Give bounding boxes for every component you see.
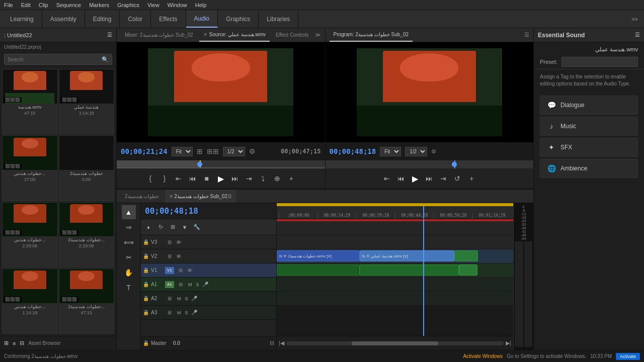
program-tab[interactable]: Program: 2خطوات هندسية Sub_02 <box>330 28 413 42</box>
stop-btn[interactable]: ■ <box>201 172 213 185</box>
media-item[interactable]: 2خطوات هندسية 0:00 <box>59 135 115 201</box>
preset-input[interactable] <box>561 57 638 67</box>
a2-sync-btn[interactable]: ⊞ <box>165 294 174 303</box>
tl-sync-btn[interactable]: ↻ <box>155 222 166 233</box>
v2-eye[interactable]: 👁 <box>176 253 182 259</box>
tl-tab2[interactable]: ✕ 2خطوات هندسية Sub_02 ☰ <box>165 190 236 203</box>
menu-view[interactable]: View <box>147 2 159 8</box>
insert-btn[interactable]: ⤵ <box>257 172 269 185</box>
tl-wrench-btn[interactable]: 🔧 <box>191 222 202 233</box>
a2-mic[interactable]: 🎤 <box>191 296 197 301</box>
master-lock[interactable]: 🔒 <box>143 340 149 346</box>
tab-graphics[interactable]: Graphics <box>218 10 259 28</box>
program-timeline[interactable] <box>326 160 534 168</box>
v3-lock[interactable]: 🔒 <box>143 239 149 245</box>
media-item[interactable]: ⬛⬛⬛ 2خطوات هندسية... 47:15 <box>59 268 115 334</box>
pg-goto-out-btn[interactable]: ⇥ <box>437 172 449 185</box>
v1-eye[interactable]: 👁 <box>187 267 193 274</box>
tab-editing[interactable]: Editing <box>85 10 120 28</box>
menu-window[interactable]: Window <box>168 2 187 8</box>
v3-sync-btn[interactable]: ⊞ <box>165 238 174 247</box>
source-tab-source[interactable]: ✕ Source: هندسة عملي.wmv <box>199 28 270 42</box>
goto-in-btn[interactable]: ⇤ <box>173 172 185 185</box>
dialogue-btn[interactable]: 💬 Dialogue <box>540 96 638 115</box>
tab-assembly[interactable]: Assembly <box>42 10 85 28</box>
track-lane-v2[interactable] <box>277 235 513 249</box>
track-lane-v1[interactable]: fx ✕ 2خطوات هندسية.wmv [V] fx ✕ هندسة عم… <box>277 249 513 263</box>
menu-sequence[interactable]: Sequence <box>56 2 82 8</box>
in-point-btn[interactable]: { <box>144 172 156 185</box>
a1-solo[interactable]: S <box>195 282 200 287</box>
v3-eye[interactable]: 👁 <box>176 239 182 245</box>
ambience-btn[interactable]: 🌐 Ambience <box>540 159 638 178</box>
a3-lock[interactable]: 🔒 <box>143 310 149 315</box>
v1-sync-btn[interactable]: ⊞ <box>176 266 185 275</box>
media-item[interactable]: ⬛⬛⬛ 2خطوات هندسية... 2:29:06 <box>59 202 115 267</box>
media-item[interactable]: ⬛⬛⬛ خطوات هندس... 2:29:06 <box>2 202 58 267</box>
program-settings-icon[interactable]: ⚙ <box>431 148 436 155</box>
track-lane-v3[interactable] <box>277 221 513 235</box>
a3-mic[interactable]: 🎤 <box>191 310 197 315</box>
menu-edit[interactable]: Edit <box>21 2 31 8</box>
menu-clip[interactable]: Clip <box>39 2 48 8</box>
tl-insert-remove-btn[interactable]: ⊞ <box>167 222 178 233</box>
timeline-end-btn[interactable]: ▶| <box>506 340 511 346</box>
a1-mute[interactable]: M <box>187 282 193 287</box>
source-fraction-select[interactable]: 1/2 <box>223 147 245 156</box>
master-collapse[interactable]: ⊟ <box>270 340 274 346</box>
hand-tool[interactable]: ✋ <box>122 265 136 280</box>
a3-solo[interactable]: S <box>184 310 189 315</box>
menu-markers[interactable]: Markers <box>89 2 109 8</box>
program-fraction-select[interactable]: 1/2 <box>405 147 427 156</box>
media-item[interactable]: ⬛⬛⬛ خطوات هندس... 27:00 <box>2 135 58 201</box>
music-btn[interactable]: ♪ Music <box>540 117 638 136</box>
tab-effects[interactable]: Effects <box>151 10 186 28</box>
source-panel-menu[interactable]: ≫ <box>315 32 321 38</box>
clip-v1-1[interactable]: fx ✕ 2خطوات هندسية.wmv [V] <box>277 250 360 261</box>
a3-sync-btn[interactable]: ⊞ <box>165 308 174 317</box>
menu-graphics[interactable]: Graphics <box>117 2 139 8</box>
tab-color[interactable]: Color <box>120 10 151 28</box>
tl-add-markers-btn[interactable]: ♦ <box>143 222 154 233</box>
clip-a1-3[interactable] <box>459 264 478 276</box>
selection-tool[interactable]: ▲ <box>122 205 136 219</box>
tl-tab-close[interactable]: ✕ <box>169 194 173 199</box>
timeline-scrollbar[interactable] <box>286 341 504 345</box>
activate-windows-btn[interactable]: Activate <box>616 353 640 360</box>
source-fit-select[interactable]: Fit <box>172 147 193 156</box>
grid-view-icon[interactable]: ⊞ <box>4 340 9 346</box>
source-color-icon[interactable]: ⚙ <box>249 147 256 155</box>
source-safe-icon[interactable]: ⊞ <box>197 147 203 155</box>
step-fwd-btn[interactable]: ⏭ <box>229 172 241 185</box>
track-select-tool[interactable]: ⇒ <box>122 220 136 234</box>
clip-a1-2[interactable] <box>360 264 459 276</box>
out-point-btn[interactable]: } <box>158 172 171 185</box>
pg-play-btn[interactable]: ▶ <box>409 172 421 185</box>
pg-goto-in-btn[interactable]: ⇤ <box>381 172 393 185</box>
tl-tab1[interactable]: 2خطوات هندسية <box>121 190 163 203</box>
pg-loop-btn[interactable]: ↺ <box>451 172 463 185</box>
clip-a1-1[interactable] <box>277 264 360 276</box>
scrollbar-thumb[interactable] <box>352 341 439 345</box>
step-back-btn[interactable]: ⏮ <box>187 172 199 185</box>
icon-view-icon[interactable]: ⊟ <box>20 340 24 346</box>
track-lane-a3[interactable] <box>277 292 513 306</box>
a2-mute[interactable]: M <box>176 296 182 301</box>
panel-menu-icon[interactable]: ☰ <box>107 32 112 38</box>
v2-sync-btn[interactable]: ⊞ <box>165 252 174 261</box>
program-fit-select[interactable]: Fit <box>380 147 401 156</box>
clip-v1-3[interactable] <box>454 250 478 261</box>
source-tab-mixer[interactable]: Mixer: 2خطوات هندسية Sub_02 <box>121 28 197 42</box>
source-tab-effects[interactable]: Effect Controls <box>272 28 312 42</box>
pg-step-fwd-btn[interactable]: ⏭ <box>423 172 435 185</box>
pg-more-btn[interactable]: + <box>465 172 477 185</box>
clip-v1-2[interactable]: fx ✕ هندسة عملي.wmv [V] <box>360 250 454 261</box>
tl-tab-menu[interactable]: ☰ <box>227 194 232 199</box>
tab-audio[interactable]: Audio <box>186 10 218 28</box>
text-tool[interactable]: T <box>122 281 136 295</box>
timeline-start-btn[interactable]: |◀ <box>279 340 284 346</box>
list-view-icon[interactable]: ≡ <box>13 340 16 346</box>
pg-step-back-btn[interactable]: ⏮ <box>395 172 407 185</box>
track-lane-a1[interactable] <box>277 263 513 278</box>
a1-sync-btn[interactable]: ⊞ <box>176 280 185 289</box>
